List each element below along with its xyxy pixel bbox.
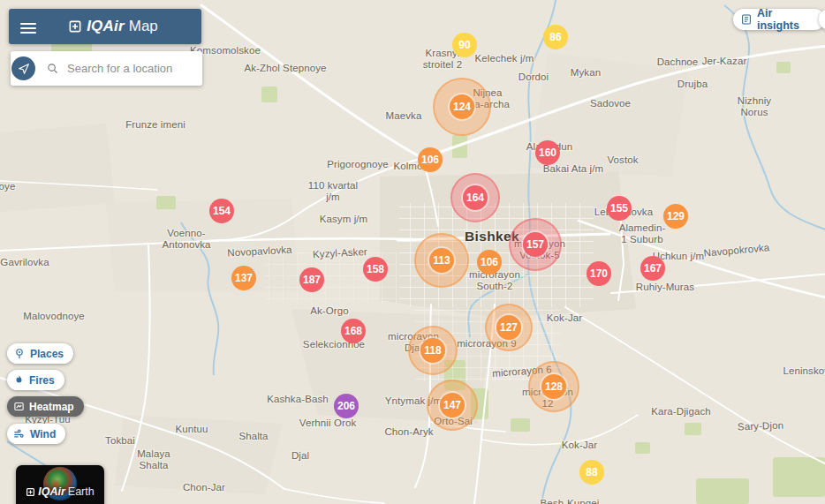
aqi-marker[interactable]: 168 bbox=[341, 319, 366, 343]
app-header: IQAir Map bbox=[9, 9, 201, 44]
flame-icon bbox=[13, 374, 25, 386]
aqi-marker[interactable]: 90 bbox=[452, 33, 477, 57]
heatmap-icon bbox=[13, 401, 25, 412]
layer-label: Fires bbox=[29, 374, 55, 387]
menu-icon[interactable] bbox=[20, 20, 36, 36]
layer-button-places[interactable]: Places bbox=[7, 343, 73, 364]
aqi-marker[interactable]: 88 bbox=[579, 460, 604, 485]
layer-button-fires[interactable]: Fires bbox=[7, 370, 64, 390]
app-logo: IQAir Map bbox=[52, 18, 158, 35]
earth-brand: IQAir Earth bbox=[16, 485, 104, 498]
aqi-marker[interactable]: 164 bbox=[463, 185, 488, 210]
search-bar bbox=[11, 51, 202, 86]
aqi-marker[interactable]: 137 bbox=[231, 266, 256, 290]
iqair-plus-icon bbox=[26, 487, 35, 497]
layer-label: Wind bbox=[30, 428, 56, 440]
iqair-plus-icon bbox=[68, 19, 82, 34]
layer-label: Heatmap bbox=[29, 401, 74, 413]
aqi-marker[interactable]: 106 bbox=[477, 250, 502, 275]
aqi-marker[interactable]: 170 bbox=[587, 261, 611, 286]
aqi-marker[interactable]: 157 bbox=[523, 232, 548, 257]
map-pin-icon bbox=[13, 348, 26, 360]
aqi-marker[interactable]: 127 bbox=[496, 315, 521, 340]
earth-brand-suffix: Earth bbox=[68, 485, 95, 498]
aqi-marker[interactable]: 187 bbox=[299, 267, 324, 292]
aqi-marker[interactable]: 86 bbox=[543, 25, 568, 49]
aqi-marker[interactable]: 113 bbox=[429, 248, 454, 273]
search-icon bbox=[46, 62, 59, 75]
aqi-marker[interactable]: 106 bbox=[418, 147, 443, 172]
map-root: KomsomolskoeAk-Zhol StepnoyeKrasnyi stro… bbox=[0, 0, 825, 504]
earth-brand-name: IQAir bbox=[38, 485, 65, 498]
navigation-arrow-icon bbox=[17, 62, 31, 76]
aqi-marker[interactable]: 129 bbox=[663, 204, 688, 229]
aqi-marker[interactable]: 124 bbox=[450, 94, 474, 119]
aqi-marker[interactable]: 158 bbox=[363, 257, 388, 282]
search-input[interactable] bbox=[65, 61, 193, 76]
insights-list-icon bbox=[740, 13, 753, 26]
wind-icon bbox=[13, 428, 26, 440]
layer-button-wind[interactable]: Wind bbox=[7, 424, 65, 444]
layer-label: Places bbox=[30, 348, 64, 360]
air-insights-label: Air insights bbox=[757, 7, 815, 32]
aqi-marker[interactable]: 167 bbox=[640, 256, 665, 281]
aqi-marker[interactable]: 206 bbox=[334, 394, 359, 418]
locate-me-button[interactable] bbox=[11, 56, 35, 80]
iqair-earth-widget[interactable]: IQAir Earth bbox=[16, 465, 104, 504]
air-insights-button[interactable]: Air insights bbox=[733, 9, 825, 30]
aqi-marker[interactable]: 128 bbox=[541, 374, 566, 399]
brand-suffix: Map bbox=[129, 18, 158, 35]
aqi-marker[interactable]: 155 bbox=[607, 196, 632, 221]
aqi-marker[interactable]: 160 bbox=[535, 140, 560, 165]
layer-button-heatmap[interactable]: Heatmap bbox=[7, 396, 84, 417]
aqi-marker[interactable]: 118 bbox=[420, 338, 445, 363]
brand-name: IQAir bbox=[87, 18, 125, 35]
aqi-marker[interactable]: 147 bbox=[440, 393, 465, 417]
aqi-marker[interactable]: 154 bbox=[209, 199, 234, 223]
